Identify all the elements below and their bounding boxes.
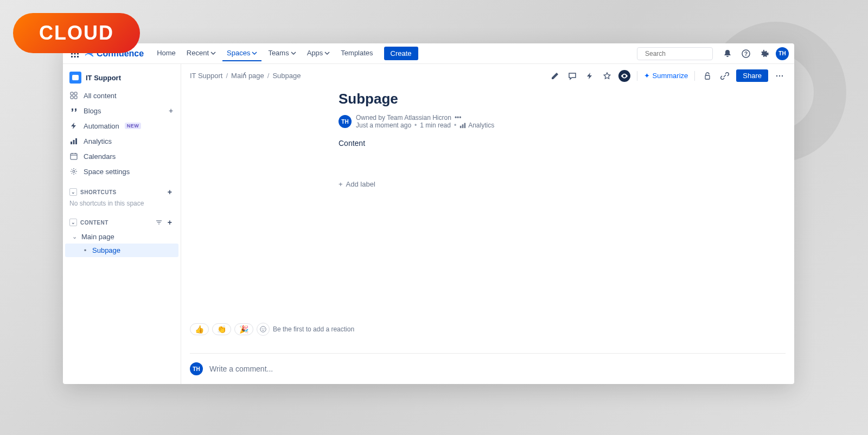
svg-text:?: ? <box>744 51 748 57</box>
tree-main-page[interactable]: ⌄ Main page <box>65 230 178 244</box>
add-blog-button[interactable]: + <box>167 106 175 115</box>
reactions-bar: 👍 👏 🎉 Be the first to add a reaction <box>190 323 786 343</box>
svg-rect-16 <box>74 96 77 99</box>
analytics-link[interactable]: Analytics <box>459 121 494 129</box>
smile-plus-icon <box>259 325 267 333</box>
space-header[interactable]: IT Support <box>63 67 181 88</box>
grid-icon <box>69 91 78 100</box>
filter-content-button[interactable] <box>155 218 163 227</box>
breadcrumb: IT Support / Main page / Subpage <box>190 72 301 80</box>
star-icon[interactable] <box>601 70 613 82</box>
add-reaction-button[interactable] <box>257 323 270 336</box>
byline-more-icon[interactable]: ••• <box>455 114 462 121</box>
bolt-icon <box>69 121 78 130</box>
add-content-button[interactable]: + <box>165 218 174 227</box>
nav-spaces[interactable]: Spaces <box>222 46 261 61</box>
watch-icon[interactable] <box>618 70 630 82</box>
svg-point-31 <box>782 75 783 76</box>
edit-icon[interactable] <box>549 70 561 82</box>
app-window: Confluence Home Recent Spaces Teams Apps… <box>63 43 794 384</box>
create-button[interactable]: Create <box>384 47 418 60</box>
sidebar-calendars[interactable]: Calendars <box>63 149 181 164</box>
svg-rect-19 <box>75 138 77 144</box>
shortcuts-empty-state: No shortcuts in this space <box>63 200 181 209</box>
gear-icon <box>69 167 78 176</box>
comment-input[interactable]: Write a comment... <box>209 364 786 373</box>
top-navigation: Confluence Home Recent Spaces Teams Apps… <box>63 43 794 64</box>
space-icon <box>69 72 81 84</box>
chevron-down-icon <box>291 50 296 56</box>
reaction-thumbs-up[interactable]: 👍 <box>190 323 209 335</box>
nav-home[interactable]: Home <box>152 46 180 61</box>
content-section-header[interactable]: ⌄ CONTENT + <box>63 215 181 230</box>
svg-point-37 <box>264 328 264 329</box>
reaction-tada[interactable]: 🎉 <box>234 323 253 335</box>
bolt-icon[interactable] <box>584 70 596 82</box>
svg-point-30 <box>779 75 780 76</box>
chevron-down-icon: ⌄ <box>69 219 77 226</box>
notifications-icon[interactable] <box>720 47 735 61</box>
summarize-button[interactable]: ✦ Summarize <box>644 72 688 80</box>
quote-icon <box>69 106 78 115</box>
shortcuts-section-header[interactable]: ⌄ SHORTCUTS + <box>63 184 181 200</box>
more-icon[interactable] <box>774 70 786 82</box>
sidebar-blogs[interactable]: Blogs + <box>63 103 181 118</box>
main-content: IT Support / Main page / Subpage ✦ <box>181 64 794 384</box>
svg-rect-7 <box>74 56 76 57</box>
crumb-space[interactable]: IT Support <box>190 72 222 80</box>
comment-avatar[interactable]: TH <box>190 362 203 375</box>
link-icon[interactable] <box>719 70 731 82</box>
search-input[interactable] <box>645 50 726 57</box>
owned-by-text: Owned by Team Atlassian Hicron <box>356 114 451 121</box>
svg-rect-28 <box>705 75 710 79</box>
svg-point-29 <box>776 75 777 76</box>
crumb-sub[interactable]: Subpage <box>272 72 301 80</box>
comment-icon[interactable] <box>566 70 578 82</box>
page-actions: ✦ Summarize Share <box>549 69 786 82</box>
sidebar-space-settings[interactable]: Space settings <box>63 164 181 179</box>
chevron-down-icon <box>324 50 330 56</box>
svg-rect-20 <box>71 153 77 159</box>
sparkle-icon: ✦ <box>644 72 650 80</box>
cloud-badge: CLOUD <box>13 13 140 53</box>
settings-icon[interactable] <box>757 47 771 61</box>
svg-rect-15 <box>71 96 73 99</box>
nav-recent[interactable]: Recent <box>182 46 220 61</box>
svg-rect-13 <box>71 92 73 95</box>
owner-avatar[interactable]: TH <box>339 115 352 128</box>
page-content: Subpage TH Owned by Team Atlassian Hicro… <box>181 82 794 313</box>
chevron-down-icon <box>252 50 257 56</box>
nav-apps[interactable]: Apps <box>303 46 335 61</box>
share-button[interactable]: Share <box>736 69 768 82</box>
svg-rect-17 <box>71 142 72 144</box>
nav-templates[interactable]: Templates <box>336 46 377 61</box>
page-bar: IT Support / Main page / Subpage ✦ <box>181 64 794 82</box>
sidebar: IT Support All content Blogs + Automatio… <box>63 64 181 384</box>
tree-subpage[interactable]: • Subpage <box>65 244 178 257</box>
plus-icon: + <box>339 180 343 188</box>
byline: TH Owned by Team Atlassian Hicron ••• Ju… <box>339 114 637 129</box>
chevron-down-icon: ⌄ <box>69 188 77 196</box>
svg-rect-6 <box>71 56 73 57</box>
help-icon[interactable]: ? <box>739 47 753 61</box>
sidebar-all-content[interactable]: All content <box>63 88 181 103</box>
profile-avatar[interactable]: TH <box>776 47 789 60</box>
page-time: Just a moment ago <box>356 121 411 129</box>
reaction-clap[interactable]: 👏 <box>212 323 231 335</box>
space-name: IT Support <box>86 74 121 82</box>
svg-rect-34 <box>464 123 466 128</box>
sidebar-analytics[interactable]: Analytics <box>63 133 181 149</box>
sidebar-automation[interactable]: Automation NEW <box>63 118 181 133</box>
restrictions-icon[interactable] <box>701 70 713 82</box>
calendar-icon <box>69 152 78 161</box>
nav-teams[interactable]: Teams <box>264 46 300 61</box>
search-box[interactable] <box>637 47 713 60</box>
chart-icon <box>69 137 78 145</box>
svg-rect-18 <box>73 140 75 144</box>
add-shortcut-button[interactable]: + <box>165 188 174 196</box>
chevron-down-icon <box>210 50 216 56</box>
crumb-main[interactable]: Main page <box>231 72 264 80</box>
svg-rect-14 <box>74 92 77 95</box>
page-title: Subpage <box>339 91 637 107</box>
add-label-button[interactable]: + Add label <box>339 180 637 188</box>
